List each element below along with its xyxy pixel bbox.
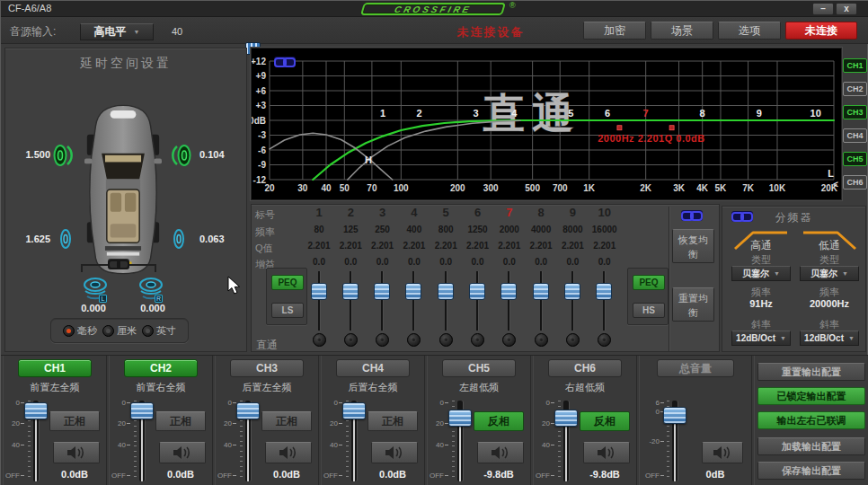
eq-curve-graph[interactable]: +12+9+6+30dB-3-6-9-122030405070100200300… [251, 48, 842, 200]
eq-band-knob[interactable] [535, 333, 548, 347]
eq-slider-track[interactable] [508, 271, 510, 331]
eq-band-knob[interactable] [471, 333, 484, 347]
eq-link-icon[interactable] [681, 210, 703, 221]
channel-header-button[interactable]: CH5 [442, 359, 516, 377]
fader-handle[interactable] [554, 410, 578, 427]
output-button-1[interactable]: 已锁定输出配置 [757, 387, 865, 405]
channel-strip-ch5: CH5左超低频02040OFF反相-9.8dB [427, 356, 531, 485]
eq-band-knob[interactable] [598, 333, 611, 347]
fader-handle[interactable] [342, 402, 366, 419]
eq-band-knob[interactable] [566, 333, 580, 347]
fader-handle[interactable] [24, 402, 48, 419]
eq-gain-slider-handle[interactable] [342, 283, 359, 300]
front-left-speaker-icon[interactable] [52, 142, 75, 169]
mute-button[interactable] [159, 442, 206, 463]
phase-button[interactable]: 正相 [155, 411, 206, 431]
source-select[interactable]: 高电平 ▼ [80, 23, 154, 40]
phase-button[interactable]: 反相 [580, 411, 630, 431]
graph-channel-button-ch3[interactable]: CH3 [843, 105, 867, 119]
eq-slider-track[interactable] [476, 271, 479, 331]
eq-slider-track[interactable] [603, 271, 606, 331]
fader-handle[interactable] [663, 407, 686, 424]
filter-button-hs[interactable]: HS [633, 303, 665, 318]
filter-button-ls[interactable]: LS [271, 303, 304, 318]
eq-slider-track[interactable] [412, 271, 415, 331]
eq-gain-slider-handle[interactable] [469, 283, 485, 300]
eq-band-knob[interactable] [407, 333, 421, 347]
eq-gain-slider-handle[interactable] [374, 283, 390, 300]
channel-header-button[interactable]: CH1 [18, 359, 92, 377]
eq-slider-track[interactable] [540, 271, 543, 331]
fader-handle[interactable] [130, 402, 154, 419]
close-button[interactable]: x [836, 3, 857, 15]
highpass-type-select[interactable]: 贝塞尔 ▼ [731, 266, 791, 281]
eq-gain-slider-handle[interactable] [311, 283, 327, 300]
graph-link-icon[interactable] [274, 57, 296, 67]
subwoofer-link-icon[interactable] [108, 259, 129, 269]
graph-channel-button-ch2[interactable]: CH2 [843, 82, 867, 96]
phase-button[interactable]: 正相 [368, 411, 418, 431]
eq-band-number: 3 [367, 206, 398, 219]
eq-band-gain: 0.0 [526, 257, 557, 267]
mute-button[interactable] [265, 442, 312, 463]
mute-button[interactable] [53, 442, 100, 463]
channel-description: 后置左全频 [215, 381, 319, 394]
lowpass-type-select[interactable]: 贝塞尔 ▼ [800, 266, 859, 281]
eq-gain-slider-handle[interactable] [500, 283, 517, 300]
rear-right-speaker-icon[interactable] [167, 226, 187, 251]
eq-gain-slider-handle[interactable] [596, 283, 612, 300]
front-right-speaker-icon[interactable] [169, 142, 192, 169]
highpass-slope-select[interactable]: 12dB/Oct ▼ [731, 331, 791, 346]
output-button-0[interactable]: 重置输出配置 [757, 363, 865, 381]
graph-channel-button-ch6[interactable]: CH6 [843, 175, 867, 190]
eq-slider-track[interactable] [571, 271, 574, 331]
options-button[interactable]: 选项 [718, 22, 781, 40]
channel-header-button[interactable]: CH6 [548, 359, 622, 377]
fader-handle[interactable] [236, 402, 260, 419]
eq-gain-slider-handle[interactable] [564, 283, 580, 300]
unit-option-1[interactable]: 厘米 [102, 324, 137, 338]
eq-gain-slider-handle[interactable] [438, 283, 454, 300]
channel-header-button[interactable]: CH3 [230, 359, 304, 377]
channel-header-button[interactable]: CH4 [336, 359, 410, 377]
unit-option-0[interactable]: 毫秒 [63, 324, 97, 338]
encrypt-button[interactable]: 加密 [583, 22, 646, 40]
eq-gain-slider-handle[interactable] [405, 283, 421, 300]
mute-button[interactable] [583, 442, 630, 463]
filter-button-peq[interactable]: PEQ [633, 275, 665, 290]
eq-slider-track[interactable] [445, 271, 447, 331]
scene-button[interactable]: 场景 [651, 22, 713, 40]
graph-channel-button-ch4[interactable]: CH4 [843, 128, 867, 143]
output-button-2[interactable]: 输出左右已联调 [757, 411, 865, 429]
output-button-4[interactable]: 保存输出配置 [757, 462, 865, 480]
eq-band-knob[interactable] [313, 333, 326, 347]
unit-option-2[interactable]: 英寸 [142, 324, 176, 338]
collapse-arrow[interactable]: < [833, 180, 838, 190]
filter-button-peq[interactable]: PEQ [271, 275, 304, 290]
eq-gain-slider-handle[interactable] [533, 283, 549, 300]
phase-button[interactable]: 正相 [261, 411, 312, 431]
rear-left-speaker-icon[interactable] [58, 226, 77, 251]
output-button-3[interactable]: 加载输出配置 [757, 437, 865, 455]
reset-eq-button[interactable]: 重置均衡 [672, 287, 714, 322]
phase-button[interactable]: 正相 [49, 411, 100, 431]
eq-slider-track[interactable] [318, 271, 321, 331]
master-mute-button[interactable] [702, 442, 743, 463]
phase-button[interactable]: 反相 [474, 411, 524, 431]
channel-header-button[interactable]: CH2 [124, 359, 198, 377]
minimize-button[interactable]: – [812, 3, 834, 15]
eq-slider-track[interactable] [350, 271, 352, 331]
graph-channel-button-ch1[interactable]: CH1 [843, 58, 867, 73]
eq-slider-track[interactable] [381, 271, 384, 331]
lowpass-slope-select[interactable]: 12dB/Oct ▼ [800, 331, 859, 346]
eq-band-knob[interactable] [502, 333, 516, 347]
mute-button[interactable] [371, 442, 418, 463]
eq-band-knob[interactable] [439, 333, 453, 347]
eq-band-knob[interactable] [376, 333, 389, 347]
fader-handle[interactable] [448, 410, 472, 427]
restore-eq-button[interactable]: 恢复均衡 [672, 229, 714, 263]
graph-channel-button-ch5[interactable]: CH5 [843, 152, 867, 166]
eq-band-knob[interactable] [344, 333, 358, 347]
mute-button[interactable] [477, 442, 524, 463]
connect-button[interactable]: 未连接 [785, 22, 857, 40]
